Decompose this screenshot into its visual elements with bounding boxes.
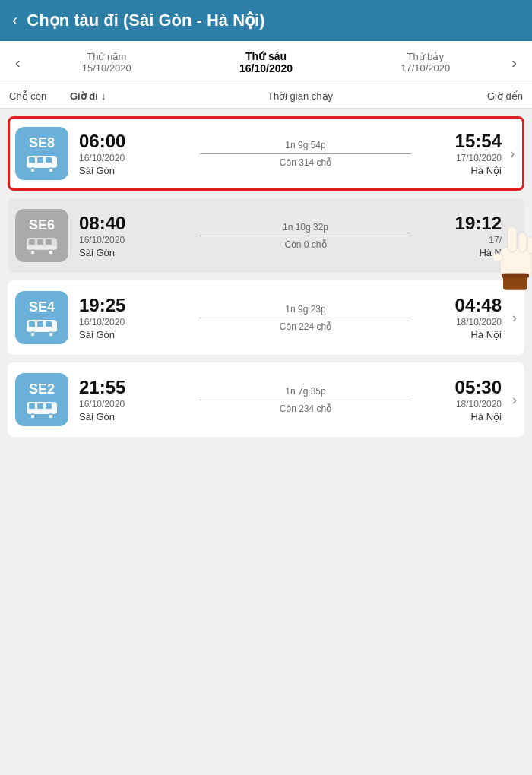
svg-point-4	[30, 168, 35, 172]
middle-info-se6: 1n 10g 32p Còn 0 chỗ	[170, 222, 441, 250]
date-thu-bay[interactable]: Thứ bảy 17/10/2020	[401, 51, 450, 74]
svg-rect-6	[27, 164, 57, 167]
svg-rect-32	[46, 403, 52, 409]
prev-date-button[interactable]: ‹	[8, 51, 28, 74]
svg-rect-35	[27, 410, 57, 413]
duration-line-se2	[200, 400, 411, 400]
train-illustration-se2	[26, 400, 58, 419]
page-title: Chọn tàu đi (Sài Gòn - Hà Nội)	[27, 11, 264, 30]
train-icon-se2: SE2	[15, 373, 68, 426]
svg-point-26	[30, 332, 35, 337]
svg-rect-17	[527, 237, 532, 254]
col-cho-con: Chỗ còn	[9, 90, 70, 102]
back-button[interactable]: ‹	[12, 11, 17, 30]
date-nav-dates: Thứ năm 15/10/2020 Thứ sáu 16/10/2020 Th…	[28, 50, 505, 74]
arrive-info-se2: 05:30 18/10/2020 Hà Nội	[441, 377, 517, 422]
train-illustration-se8	[26, 154, 58, 172]
row-arrow-se8: ›	[510, 146, 515, 162]
svg-rect-13	[27, 246, 57, 249]
svg-point-27	[49, 332, 53, 337]
train-icon-se6: SE6	[15, 209, 68, 262]
duration-line-se4	[200, 318, 411, 318]
svg-point-11	[30, 250, 35, 255]
train-row-se4[interactable]: SE4 19:25 16/10/2020 Sài Gòn 1n 9g 23p C…	[8, 280, 524, 355]
arrive-info-se8: 15:54 17/10/2020 Hà Nội	[441, 131, 517, 176]
train-row-se6[interactable]: SE6 08:40 16/10/2020 Sài Gòn 1n 10g 32p …	[8, 198, 524, 273]
col-gio-den: Giờ đến	[447, 90, 523, 102]
train-icon-se4: SE4	[15, 291, 68, 344]
svg-rect-24	[37, 321, 43, 327]
svg-point-33	[30, 414, 35, 419]
svg-rect-8	[29, 239, 35, 245]
svg-rect-30	[29, 403, 35, 409]
svg-rect-31	[37, 403, 43, 409]
train-illustration-se6	[26, 236, 58, 255]
svg-rect-10	[46, 239, 52, 245]
train-row-se2[interactable]: SE2 21:55 16/10/2020 Sài Gòn 1n 7g 35p C…	[8, 362, 524, 437]
col-thoi-gian: Thời gian chạy	[154, 90, 447, 102]
middle-info-se2: 1n 7g 35p Còn 234 chỗ	[170, 386, 441, 414]
date-thu-sau[interactable]: Thứ sáu 16/10/2020	[239, 50, 293, 74]
duration-line	[200, 153, 411, 154]
train-list: SE8 06:00 16/10/2020 Sài Gòn 1n 9g 54p C…	[0, 109, 532, 444]
svg-rect-28	[27, 328, 57, 331]
header: ‹ Chọn tàu đi (Sài Gòn - Hà Nội)	[0, 0, 532, 41]
depart-info-se4: 19:25 16/10/2020 Sài Gòn	[79, 295, 170, 340]
arrive-info-se4: 04:48 18/10/2020 Hà Nội	[441, 295, 517, 340]
train-illustration-se4	[26, 318, 58, 337]
train-row-se8[interactable]: SE8 06:00 16/10/2020 Sài Gòn 1n 9g 54p C…	[8, 116, 524, 191]
duration-line-se6	[200, 236, 411, 236]
middle-info-se4: 1n 9g 23p Còn 224 chỗ	[170, 304, 441, 332]
svg-rect-25	[46, 321, 52, 327]
svg-rect-9	[37, 239, 43, 245]
arrive-info-se6: 19:12 17/ Hà N	[441, 213, 517, 258]
svg-point-34	[49, 414, 53, 419]
middle-info-se8: 1n 9g 54p Còn 314 chỗ	[170, 140, 441, 168]
svg-rect-1	[29, 157, 35, 163]
date-nav: ‹ Thứ năm 15/10/2020 Thứ sáu 16/10/2020 …	[0, 41, 532, 84]
svg-point-5	[49, 168, 53, 172]
svg-rect-21	[502, 274, 529, 278]
svg-rect-23	[29, 321, 35, 327]
depart-info-se8: 06:00 16/10/2020 Sài Gòn	[79, 131, 170, 176]
row-arrow-se2: ›	[512, 392, 517, 408]
col-gio-di[interactable]: Giờ đi ↓	[70, 90, 154, 102]
train-icon-se8: SE8	[15, 127, 68, 180]
date-thu-nam[interactable]: Thứ năm 15/10/2020	[82, 51, 131, 74]
row-arrow-se4: ›	[512, 310, 517, 326]
depart-info-se6: 08:40 16/10/2020 Sài Gòn	[79, 213, 170, 258]
next-date-button[interactable]: ›	[504, 51, 524, 74]
col-headers: Chỗ còn Giờ đi ↓ Thời gian chạy Giờ đến	[0, 84, 532, 109]
svg-rect-16	[518, 232, 527, 252]
depart-info-se2: 21:55 16/10/2020 Sài Gòn	[79, 377, 170, 422]
svg-point-12	[49, 250, 53, 255]
row-arrow-se6: ›	[512, 228, 517, 244]
svg-rect-2	[37, 157, 43, 163]
svg-rect-3	[46, 157, 52, 163]
